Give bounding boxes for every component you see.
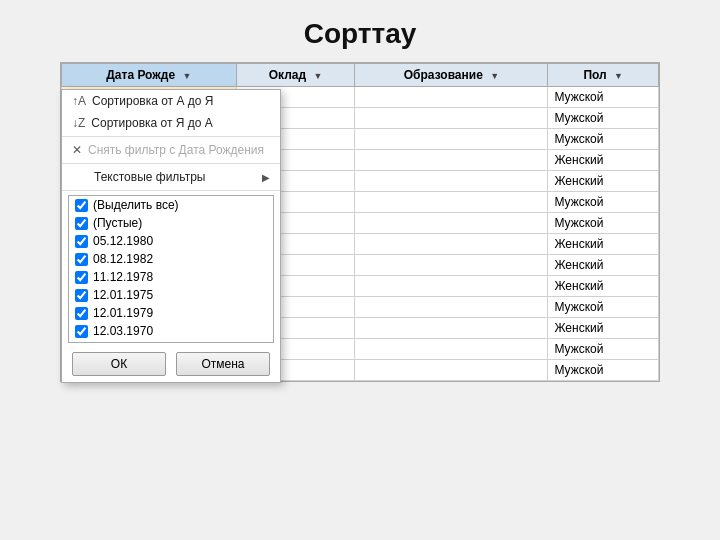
select-all-checkbox[interactable] (75, 199, 88, 212)
filter-dropdown: ↑A Сортировка от А до Я ↓Z Сортировка от… (61, 89, 281, 383)
cell-gender: Мужской (548, 213, 659, 234)
col-header-date[interactable]: Дата Рожде ▼ (62, 64, 237, 87)
cell-education (355, 234, 548, 255)
date-checkbox-item[interactable]: 11.12.1978 (69, 268, 273, 286)
sort-asc-icon: ↑A (72, 94, 86, 108)
cell-gender: Мужской (548, 360, 659, 381)
date-checkbox-label: 08.12.1982 (93, 252, 153, 266)
date-checkbox-label: 11.12.1978 (93, 270, 153, 284)
cell-education (355, 108, 548, 129)
date-filter-button[interactable]: ▼ (182, 71, 191, 81)
cell-education (355, 150, 548, 171)
cancel-button[interactable]: Отмена (176, 352, 270, 376)
date-checkbox[interactable] (75, 343, 88, 344)
empty-item[interactable]: (Пустые) (69, 214, 273, 232)
date-checkbox-item[interactable]: 12.03.1970 (69, 322, 273, 340)
sort-desc-icon: ↓Z (72, 116, 85, 130)
separator-3 (62, 190, 280, 191)
gender-filter-button[interactable]: ▼ (614, 71, 623, 81)
date-checkbox[interactable] (75, 325, 88, 338)
date-checkbox[interactable] (75, 271, 88, 284)
separator-1 (62, 136, 280, 137)
cell-education (355, 129, 548, 150)
cell-gender: Мужской (548, 108, 659, 129)
date-checkbox-label: 05.12.1980 (93, 234, 153, 248)
ok-button[interactable]: ОК (72, 352, 166, 376)
remove-filter-item[interactable]: ✕ Снять фильтр с Дата Рождения (62, 139, 280, 161)
sort-asc-item[interactable]: ↑A Сортировка от А до Я (62, 90, 280, 112)
cell-gender: Женский (548, 255, 659, 276)
cell-education (355, 360, 548, 381)
cell-gender: Женский (548, 276, 659, 297)
date-checkbox-item[interactable]: 12.01.1975 (69, 286, 273, 304)
cell-gender: Женский (548, 318, 659, 339)
cell-education (355, 339, 548, 360)
date-checkbox-label: 13.03.1992 (93, 342, 153, 343)
checkbox-list[interactable]: (Выделить все) (Пустые) 05.12.198008.12.… (68, 195, 274, 343)
date-checkbox[interactable] (75, 235, 88, 248)
empty-checkbox[interactable] (75, 217, 88, 230)
cell-gender: Мужской (548, 129, 659, 150)
col-header-salary[interactable]: Оклад ▼ (236, 64, 355, 87)
cell-gender: Женский (548, 150, 659, 171)
cell-gender: Женский (548, 171, 659, 192)
cell-gender: Женский (548, 234, 659, 255)
date-checkbox-label: 12.03.1970 (93, 324, 153, 338)
date-checkbox-item[interactable]: 13.03.1992 (69, 340, 273, 343)
date-checkbox-item[interactable]: 08.12.1982 (69, 250, 273, 268)
date-checkbox-label: 12.01.1975 (93, 288, 153, 302)
col-header-education[interactable]: Образование ▼ (355, 64, 548, 87)
cell-education (355, 318, 548, 339)
select-all-item[interactable]: (Выделить все) (69, 196, 273, 214)
cell-education (355, 255, 548, 276)
cell-education (355, 87, 548, 108)
cell-gender: Мужской (548, 297, 659, 318)
date-checkbox-label: 12.01.1979 (93, 306, 153, 320)
separator-2 (62, 163, 280, 164)
col-header-gender[interactable]: Пол ▼ (548, 64, 659, 87)
cell-education (355, 192, 548, 213)
education-filter-button[interactable]: ▼ (490, 71, 499, 81)
cell-gender: Мужской (548, 339, 659, 360)
date-checkbox[interactable] (75, 289, 88, 302)
remove-filter-icon: ✕ (72, 143, 82, 157)
salary-filter-button[interactable]: ▼ (313, 71, 322, 81)
cell-gender: Мужской (548, 192, 659, 213)
text-filters-item[interactable]: Текстовые фильтры ▶ (62, 166, 280, 188)
date-checkbox[interactable] (75, 253, 88, 266)
cell-gender: Мужской (548, 87, 659, 108)
page-title: Сорттау (0, 0, 720, 62)
cell-education (355, 213, 548, 234)
date-checkbox-item[interactable]: 12.01.1979 (69, 304, 273, 322)
date-checkbox-item[interactable]: 05.12.1980 (69, 232, 273, 250)
cell-education (355, 171, 548, 192)
spreadsheet-area: Дата Рожде ▼ Оклад ▼ Образование ▼ Пол ▼ (60, 62, 660, 382)
dropdown-buttons: ОК Отмена (62, 347, 280, 382)
cell-education (355, 276, 548, 297)
cell-education (355, 297, 548, 318)
submenu-arrow-icon: ▶ (262, 172, 270, 183)
date-checkbox[interactable] (75, 307, 88, 320)
sort-desc-item[interactable]: ↓Z Сортировка от Я до А (62, 112, 280, 134)
